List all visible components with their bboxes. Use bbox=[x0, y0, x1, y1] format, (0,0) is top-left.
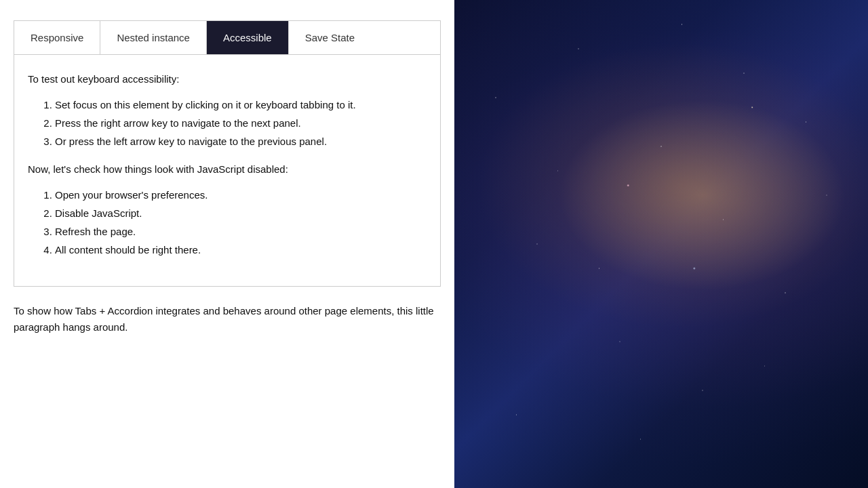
left-panel: Responsive Nested instance Accessible Sa… bbox=[0, 0, 454, 488]
list-item: All content should be right there. bbox=[55, 241, 427, 259]
list-item: Or press the left arrow key to navigate … bbox=[55, 132, 427, 150]
tab-accessible[interactable]: Accessible bbox=[207, 21, 289, 54]
tab-nested-instance[interactable]: Nested instance bbox=[100, 21, 207, 54]
galaxy-background bbox=[454, 0, 868, 488]
panel-middle: Now, let's check how things look with Ja… bbox=[28, 161, 427, 178]
panel-list-2: Open your browser's preferences. Disable… bbox=[55, 186, 427, 259]
list-item: Press the right arrow key to navigate to… bbox=[55, 114, 427, 132]
tabs-container: Responsive Nested instance Accessible Sa… bbox=[14, 20, 441, 54]
tab-save-state[interactable]: Save State bbox=[289, 21, 371, 54]
list-item: Disable JavaScript. bbox=[55, 204, 427, 222]
panel-intro: To test out keyboard accessibility: bbox=[28, 71, 427, 87]
list-item: Open your browser's preferences. bbox=[55, 186, 427, 204]
list-item: Set focus on this element by clicking on… bbox=[55, 96, 427, 114]
tab-responsive[interactable]: Responsive bbox=[14, 21, 100, 54]
footer-text: To show how Tabs + Accordion integrates … bbox=[14, 303, 441, 336]
list-item: Refresh the page. bbox=[55, 222, 427, 241]
panel-list-1: Set focus on this element by clicking on… bbox=[55, 96, 427, 150]
tab-panel-content: To test out keyboard accessibility: Set … bbox=[14, 54, 441, 287]
